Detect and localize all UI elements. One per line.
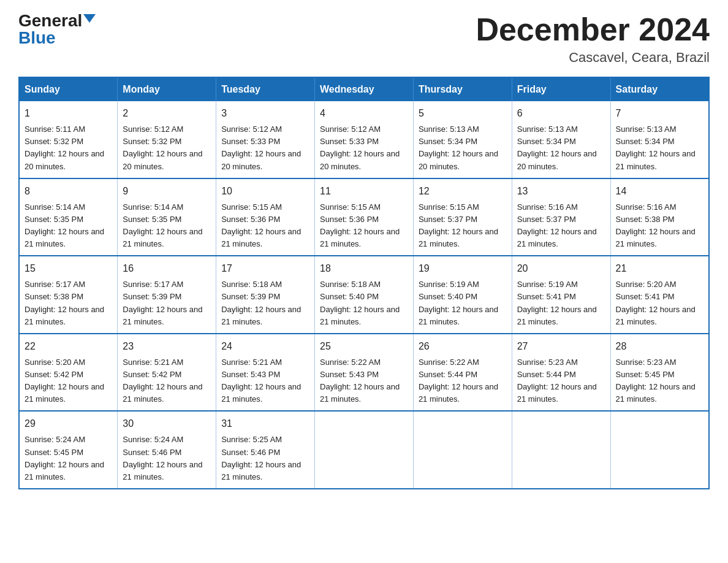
calendar-cell: 30 Sunrise: 5:24 AMSunset: 5:46 PMDaylig… xyxy=(118,411,216,489)
day-info: Sunrise: 5:24 AMSunset: 5:46 PMDaylight:… xyxy=(123,434,211,483)
day-info: Sunrise: 5:14 AMSunset: 5:35 PMDaylight:… xyxy=(123,201,211,251)
day-info: Sunrise: 5:21 AMSunset: 5:43 PMDaylight:… xyxy=(221,356,309,406)
calendar-cell: 6 Sunrise: 5:13 AMSunset: 5:34 PMDayligh… xyxy=(512,101,610,178)
day-number: 15 xyxy=(25,261,112,276)
day-number: 7 xyxy=(616,106,703,121)
day-number: 19 xyxy=(419,261,507,276)
day-info: Sunrise: 5:12 AMSunset: 5:33 PMDaylight:… xyxy=(320,123,408,173)
calendar-cell: 10 Sunrise: 5:15 AMSunset: 5:36 PMDaylig… xyxy=(216,178,315,256)
calendar-cell: 22 Sunrise: 5:20 AMSunset: 5:42 PMDaylig… xyxy=(19,334,118,412)
header-row: SundayMondayTuesdayWednesdayThursdayFrid… xyxy=(19,77,709,101)
header-monday: Monday xyxy=(118,77,216,101)
day-number: 6 xyxy=(517,106,605,121)
day-number: 16 xyxy=(123,261,211,276)
header-friday: Friday xyxy=(512,77,610,101)
calendar-cell: 12 Sunrise: 5:15 AMSunset: 5:37 PMDaylig… xyxy=(413,178,512,256)
day-info: Sunrise: 5:13 AMSunset: 5:34 PMDaylight:… xyxy=(419,123,507,173)
calendar-cell: 24 Sunrise: 5:21 AMSunset: 5:43 PMDaylig… xyxy=(216,334,315,412)
day-info: Sunrise: 5:23 AMSunset: 5:45 PMDaylight:… xyxy=(616,356,703,406)
day-info: Sunrise: 5:15 AMSunset: 5:37 PMDaylight:… xyxy=(419,201,507,251)
day-number: 10 xyxy=(221,184,309,199)
day-info: Sunrise: 5:24 AMSunset: 5:45 PMDaylight:… xyxy=(25,434,112,483)
week-row-4: 22 Sunrise: 5:20 AMSunset: 5:42 PMDaylig… xyxy=(19,334,709,412)
day-number: 14 xyxy=(616,184,703,199)
calendar-body: 1 Sunrise: 5:11 AMSunset: 5:32 PMDayligh… xyxy=(19,101,709,489)
calendar-cell: 17 Sunrise: 5:18 AMSunset: 5:39 PMDaylig… xyxy=(216,256,315,334)
day-info: Sunrise: 5:23 AMSunset: 5:44 PMDaylight:… xyxy=(517,356,605,406)
week-row-5: 29 Sunrise: 5:24 AMSunset: 5:45 PMDaylig… xyxy=(19,411,709,489)
header-thursday: Thursday xyxy=(413,77,512,101)
calendar-cell: 20 Sunrise: 5:19 AMSunset: 5:41 PMDaylig… xyxy=(512,256,610,334)
day-number: 24 xyxy=(221,339,309,354)
day-info: Sunrise: 5:20 AMSunset: 5:42 PMDaylight:… xyxy=(25,356,112,406)
day-number: 29 xyxy=(25,416,112,431)
calendar-cell: 16 Sunrise: 5:17 AMSunset: 5:39 PMDaylig… xyxy=(118,256,216,334)
title-area: December 2024 Cascavel, Ceara, Brazil xyxy=(476,12,710,66)
day-number: 25 xyxy=(320,339,408,354)
day-number: 20 xyxy=(517,261,605,276)
day-info: Sunrise: 5:17 AMSunset: 5:38 PMDaylight:… xyxy=(25,278,112,328)
day-number: 23 xyxy=(123,339,211,354)
calendar-table: SundayMondayTuesdayWednesdayThursdayFrid… xyxy=(18,77,710,489)
calendar-cell: 31 Sunrise: 5:25 AMSunset: 5:46 PMDaylig… xyxy=(216,411,315,489)
calendar-cell xyxy=(413,411,512,489)
day-info: Sunrise: 5:18 AMSunset: 5:40 PMDaylight:… xyxy=(320,278,408,328)
calendar-cell: 26 Sunrise: 5:22 AMSunset: 5:44 PMDaylig… xyxy=(413,334,512,412)
logo-triangle-icon xyxy=(83,14,96,23)
calendar-cell: 27 Sunrise: 5:23 AMSunset: 5:44 PMDaylig… xyxy=(512,334,610,412)
day-number: 9 xyxy=(123,184,211,199)
day-info: Sunrise: 5:16 AMSunset: 5:37 PMDaylight:… xyxy=(517,201,605,251)
day-info: Sunrise: 5:13 AMSunset: 5:34 PMDaylight:… xyxy=(517,123,605,173)
day-info: Sunrise: 5:20 AMSunset: 5:41 PMDaylight:… xyxy=(616,278,703,328)
day-number: 27 xyxy=(517,339,605,354)
day-number: 4 xyxy=(320,106,408,121)
day-number: 3 xyxy=(221,106,309,121)
calendar-cell: 1 Sunrise: 5:11 AMSunset: 5:32 PMDayligh… xyxy=(19,101,118,178)
day-number: 5 xyxy=(419,106,507,121)
calendar-cell: 29 Sunrise: 5:24 AMSunset: 5:45 PMDaylig… xyxy=(19,411,118,489)
calendar-cell: 13 Sunrise: 5:16 AMSunset: 5:37 PMDaylig… xyxy=(512,178,610,256)
day-number: 21 xyxy=(616,261,703,276)
calendar-cell: 23 Sunrise: 5:21 AMSunset: 5:42 PMDaylig… xyxy=(118,334,216,412)
logo-general: General xyxy=(18,12,82,29)
day-number: 18 xyxy=(320,261,408,276)
day-info: Sunrise: 5:25 AMSunset: 5:46 PMDaylight:… xyxy=(221,434,309,483)
calendar-cell: 8 Sunrise: 5:14 AMSunset: 5:35 PMDayligh… xyxy=(19,178,118,256)
header-sunday: Sunday xyxy=(19,77,118,101)
day-info: Sunrise: 5:21 AMSunset: 5:42 PMDaylight:… xyxy=(123,356,211,406)
calendar-cell xyxy=(610,411,709,489)
calendar-cell: 19 Sunrise: 5:19 AMSunset: 5:40 PMDaylig… xyxy=(413,256,512,334)
calendar-cell xyxy=(512,411,610,489)
calendar-cell: 25 Sunrise: 5:22 AMSunset: 5:43 PMDaylig… xyxy=(315,334,414,412)
day-info: Sunrise: 5:16 AMSunset: 5:38 PMDaylight:… xyxy=(616,201,703,251)
day-number: 11 xyxy=(320,184,408,199)
day-number: 2 xyxy=(123,106,211,121)
page-header: General Blue December 2024 Cascavel, Cea… xyxy=(18,12,710,66)
week-row-3: 15 Sunrise: 5:17 AMSunset: 5:38 PMDaylig… xyxy=(19,256,709,334)
day-info: Sunrise: 5:19 AMSunset: 5:41 PMDaylight:… xyxy=(517,278,605,328)
calendar-cell xyxy=(315,411,414,489)
month-title: December 2024 xyxy=(476,12,710,47)
day-number: 31 xyxy=(221,416,309,431)
calendar-cell: 2 Sunrise: 5:12 AMSunset: 5:32 PMDayligh… xyxy=(118,101,216,178)
calendar-cell: 21 Sunrise: 5:20 AMSunset: 5:41 PMDaylig… xyxy=(610,256,709,334)
calendar-cell: 28 Sunrise: 5:23 AMSunset: 5:45 PMDaylig… xyxy=(610,334,709,412)
day-number: 17 xyxy=(221,261,309,276)
header-tuesday: Tuesday xyxy=(216,77,315,101)
day-number: 22 xyxy=(25,339,112,354)
day-info: Sunrise: 5:12 AMSunset: 5:33 PMDaylight:… xyxy=(221,123,309,173)
calendar-cell: 5 Sunrise: 5:13 AMSunset: 5:34 PMDayligh… xyxy=(413,101,512,178)
header-saturday: Saturday xyxy=(610,77,709,101)
calendar-cell: 18 Sunrise: 5:18 AMSunset: 5:40 PMDaylig… xyxy=(315,256,414,334)
calendar-cell: 9 Sunrise: 5:14 AMSunset: 5:35 PMDayligh… xyxy=(118,178,216,256)
day-info: Sunrise: 5:12 AMSunset: 5:32 PMDaylight:… xyxy=(123,123,211,173)
day-number: 8 xyxy=(25,184,112,199)
day-info: Sunrise: 5:15 AMSunset: 5:36 PMDaylight:… xyxy=(320,201,408,251)
day-number: 13 xyxy=(517,184,605,199)
day-number: 1 xyxy=(25,106,112,121)
location-subtitle: Cascavel, Ceara, Brazil xyxy=(476,50,710,66)
day-info: Sunrise: 5:15 AMSunset: 5:36 PMDaylight:… xyxy=(221,201,309,251)
day-info: Sunrise: 5:11 AMSunset: 5:32 PMDaylight:… xyxy=(25,123,112,173)
day-info: Sunrise: 5:18 AMSunset: 5:39 PMDaylight:… xyxy=(221,278,309,328)
day-number: 28 xyxy=(616,339,703,354)
